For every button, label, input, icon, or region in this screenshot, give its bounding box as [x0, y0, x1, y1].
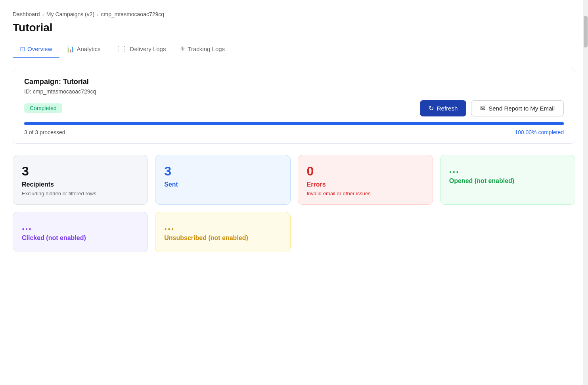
tab-delivery-logs[interactable]: ⋮⋮ Delivery Logs — [108, 41, 173, 58]
stat-card-clicked: ... Clicked (not enabled) — [13, 212, 148, 252]
tab-tracking-logs[interactable]: ✳ Tracking Logs — [173, 41, 232, 58]
breadcrumb-sep-1: › — [42, 11, 44, 17]
delivery-logs-icon: ⋮⋮ — [115, 45, 128, 53]
tracking-logs-icon: ✳ — [180, 45, 185, 53]
stat-number-recipients: 3 — [22, 164, 139, 179]
send-report-button[interactable]: ✉ Send Report to My Email — [471, 100, 564, 116]
tab-delivery-logs-label: Delivery Logs — [130, 46, 166, 52]
campaign-actions: ↻ Refresh ✉ Send Report to My Email — [420, 100, 564, 116]
stat-desc-recipients: Excluding hidden or filtered rows — [22, 191, 139, 196]
stat-label-clicked: Clicked (not enabled) — [22, 234, 139, 242]
tab-tracking-logs-label: Tracking Logs — [188, 46, 225, 52]
tab-overview[interactable]: ⊡ Overview — [13, 41, 59, 58]
campaign-card: Campaign: Tutorial ID: cmp_mtasmocaoac72… — [13, 68, 575, 144]
campaign-status-row: Completed ↻ Refresh ✉ Send Report to My … — [24, 100, 564, 116]
progress-pct: 100.00% completed — [515, 129, 564, 135]
tab-analytics-label: Analytics — [77, 46, 101, 52]
refresh-button[interactable]: ↻ Refresh — [420, 100, 467, 116]
page-title: Tutorial — [13, 21, 575, 34]
email-icon: ✉ — [480, 105, 485, 112]
page-container: Dashboard › My Campaigns (v2) › cmp_mtas… — [0, 0, 588, 385]
scrollbar-thumb[interactable] — [584, 16, 588, 48]
stat-card-recipients: 3 Recipients Excluding hidden or filtere… — [13, 155, 148, 205]
stat-card-unsubscribed: ... Unsubscribed (not enabled) — [155, 212, 290, 252]
overview-icon: ⊡ — [20, 45, 25, 53]
stat-label-errors: Errors — [307, 181, 424, 188]
breadcrumb-campaign-id: cmp_mtasmocaoac729cq — [101, 11, 165, 17]
stat-desc-errors: Invalid email or other issues — [307, 191, 424, 196]
analytics-icon: 📊 — [67, 45, 75, 53]
progress-labels: 3 of 3 processed 100.00% completed — [24, 129, 564, 135]
campaign-title: Campaign: Tutorial — [24, 78, 564, 86]
stat-placeholder-2 — [440, 212, 575, 252]
progress-text: 3 of 3 processed — [24, 129, 65, 135]
breadcrumb-dashboard[interactable]: Dashboard — [13, 11, 40, 17]
stat-number-errors: 0 — [307, 164, 424, 179]
stat-label-unsubscribed: Unsubscribed (not enabled) — [164, 234, 281, 242]
status-badge: Completed — [24, 103, 62, 113]
breadcrumb-sep-2: › — [97, 11, 98, 17]
stat-number-opened: ... — [449, 164, 566, 175]
stat-number-sent: 3 — [164, 164, 281, 179]
refresh-label: Refresh — [437, 105, 458, 112]
stat-number-clicked: ... — [22, 221, 139, 232]
stat-label-sent: Sent — [164, 181, 281, 188]
stat-card-sent: 3 Sent — [155, 155, 290, 205]
stat-label-opened: Opened (not enabled) — [449, 177, 566, 185]
tab-analytics[interactable]: 📊 Analytics — [59, 41, 108, 58]
stat-card-opened: ... Opened (not enabled) — [440, 155, 575, 205]
breadcrumb-my-campaigns[interactable]: My Campaigns (v2) — [46, 11, 94, 17]
breadcrumb: Dashboard › My Campaigns (v2) › cmp_mtas… — [13, 11, 575, 17]
stat-placeholder-1 — [298, 212, 433, 252]
stat-label-recipients: Recipients — [22, 181, 139, 188]
tabs-nav: ⊡ Overview 📊 Analytics ⋮⋮ Delivery Logs … — [13, 41, 575, 58]
send-report-label: Send Report to My Email — [488, 105, 555, 112]
stats-grid-2: ... Clicked (not enabled) ... Unsubscrib… — [13, 212, 575, 252]
refresh-icon: ↻ — [429, 105, 434, 112]
stats-grid-1: 3 Recipients Excluding hidden or filtere… — [13, 155, 575, 205]
progress-bar-bg — [24, 122, 564, 125]
scrollbar-track[interactable] — [583, 0, 588, 385]
stat-card-errors: 0 Errors Invalid email or other issues — [298, 155, 433, 205]
campaign-id: ID: cmp_mtasmocaoac729cq — [24, 88, 564, 95]
stat-number-unsubscribed: ... — [164, 221, 281, 232]
progress-bar-fill — [24, 122, 564, 125]
tab-overview-label: Overview — [27, 46, 52, 52]
